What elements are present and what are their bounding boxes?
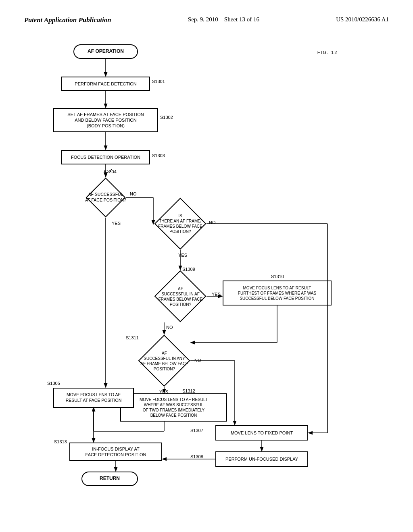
s1312-box: MOVE FOCUS LENS TO AF RESULT WHERE AF WA… bbox=[120, 393, 227, 422]
figure-area: FIG. 12 AF OPERATION PERFORM FACE DETECT… bbox=[24, 36, 389, 472]
header-center: Sep. 9, 2010 Sheet 13 of 16 bbox=[188, 16, 259, 23]
s1303-box: FOCUS DETECTION OPERATION bbox=[61, 150, 150, 164]
s1312-ref: S1312 bbox=[182, 389, 195, 393]
d3-label: AF SUCCESSFUL IN AF FRAMES BELOW FACE PO… bbox=[141, 275, 220, 318]
d3-yes-label: YES bbox=[212, 292, 221, 297]
s1304-ref: S1304 bbox=[104, 169, 117, 174]
start-node: AF OPERATION bbox=[73, 44, 138, 59]
d1-label: AF SUCCESSFUL AT FACE POSITION? bbox=[73, 181, 138, 214]
page: Patent Application Publication Sep. 9, 2… bbox=[0, 0, 413, 532]
s1305-box: MOVE FOCUS LENS TO AF RESULT AT FACE POS… bbox=[53, 388, 134, 408]
patent-number-label: US 2010/0226636 A1 bbox=[336, 16, 389, 23]
d4-label: AF SUCCESSFUL IN ANY AF FRAME BELOW FACE… bbox=[125, 339, 204, 383]
s1307-box: MOVE LENS TO FIXED POINT bbox=[215, 425, 308, 441]
s1308-ref: S1308 bbox=[190, 454, 203, 459]
d1-yes-label: YES bbox=[112, 221, 121, 226]
figure-title: FIG. 12 bbox=[287, 40, 368, 64]
patent-publication-label: Patent Application Publication bbox=[24, 16, 111, 24]
date-label: Sep. 9, 2010 bbox=[188, 16, 218, 23]
sheet-label: Sheet 13 of 16 bbox=[224, 16, 259, 23]
d2-yes-label: YES bbox=[178, 253, 187, 258]
d4-no-label: NO bbox=[194, 358, 201, 363]
s1313-box: IN-FOCUS DISPLAY AT FACE DETECTION POSIT… bbox=[69, 443, 162, 461]
d1-no-label: NO bbox=[130, 191, 137, 196]
d3-no-label: NO bbox=[166, 325, 173, 330]
s1302-ref: S1302 bbox=[160, 115, 173, 120]
s1307-ref: S1307 bbox=[190, 428, 203, 433]
s1302-box: SET AF FRAMES AT FACE POSITION AND BELOW… bbox=[53, 108, 158, 132]
s1308-box: PERFORM UN-FOCUSED DISPLAY bbox=[215, 451, 308, 467]
d2-label: IS THERE AN AF FRAME/ FRAMES BELOW FACE … bbox=[142, 202, 219, 246]
s1313-ref: S1313 bbox=[54, 439, 67, 444]
s1310-box: MOVE FOCUS LENS TO AF RESULT FURTHEST OF… bbox=[223, 281, 332, 305]
s1301-box: PERFORM FACE DETECTION bbox=[61, 77, 150, 91]
s1305-ref: S1305 bbox=[47, 381, 60, 386]
s1301-ref: S1301 bbox=[152, 79, 165, 84]
flowchart: FIG. 12 AF OPERATION PERFORM FACE DETECT… bbox=[33, 36, 380, 472]
d2-no-label: NO bbox=[209, 220, 216, 225]
s1310-ref: S1310 bbox=[271, 274, 284, 279]
end-node: RETURN bbox=[81, 472, 138, 486]
s1303-ref: S1303 bbox=[152, 153, 165, 158]
header: Patent Application Publication Sep. 9, 2… bbox=[24, 16, 389, 24]
